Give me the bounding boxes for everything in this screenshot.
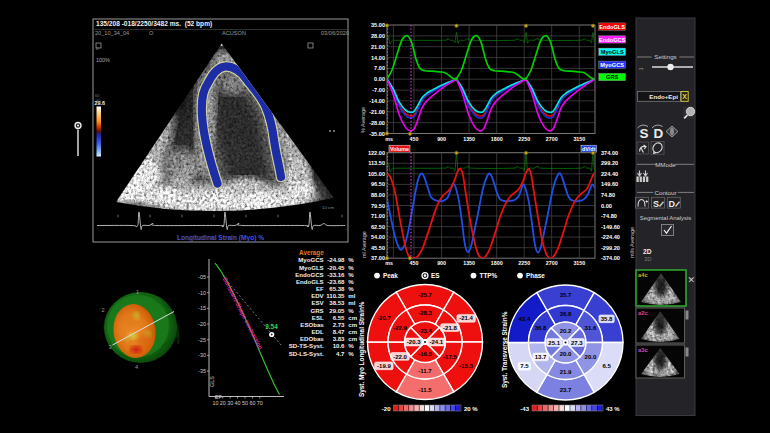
svg-text:EDV: EDV	[311, 292, 324, 299]
svg-text:ml/s Average: ml/s Average	[629, 227, 635, 258]
svg-text:cm: cm	[348, 335, 357, 342]
svg-text:1350: 1350	[463, 136, 475, 142]
svg-text:-25: -25	[198, 337, 206, 343]
svg-text:135/208 -018/2250/3482 ms. (5: 135/208 -018/2250/3482 ms. (52 bpm)	[96, 20, 212, 28]
svg-text:-21.4: -21.4	[459, 315, 473, 321]
svg-text:3150: 3150	[573, 260, 585, 266]
svg-text:%: %	[348, 350, 354, 357]
svg-text:37.00: 37.00	[371, 255, 385, 261]
svg-text:MyoGCS: MyoGCS	[600, 62, 624, 68]
svg-text:MyoGLS: MyoGLS	[299, 264, 324, 271]
svg-text:Contour: Contour	[654, 189, 676, 196]
svg-text:149.60: 149.60	[601, 181, 618, 187]
svg-text:122.00: 122.00	[368, 150, 385, 156]
svg-text:28.00: 28.00	[371, 33, 385, 39]
svg-text:cm: cm	[348, 314, 357, 321]
svg-text:-11.5: -11.5	[418, 387, 432, 393]
svg-text:21.00: 21.00	[371, 44, 385, 50]
svg-text:9.54: 9.54	[265, 323, 278, 330]
svg-text:25.1: 25.1	[548, 340, 560, 346]
svg-text:D: D	[669, 199, 676, 209]
svg-text:dV/dt: dV/dt	[582, 146, 596, 152]
svg-text:374.00: 374.00	[601, 150, 618, 156]
svg-text:45.50: 45.50	[371, 245, 385, 251]
svg-text:20.0: 20.0	[585, 354, 597, 360]
svg-text:8.47: 8.47	[333, 328, 345, 335]
svg-text:-35.00: -35.00	[369, 131, 385, 137]
svg-text:EF: EF	[316, 285, 324, 292]
svg-text:65.38: 65.38	[329, 285, 345, 292]
svg-text:-20.45: -20.45	[327, 264, 345, 271]
svg-text:-20: -20	[198, 321, 206, 327]
svg-text:10 cm: 10 cm	[322, 205, 334, 210]
svg-text:0.00: 0.00	[374, 76, 385, 82]
svg-text:-20.3: -20.3	[407, 339, 421, 345]
svg-text:224.40: 224.40	[601, 171, 618, 177]
svg-text:-14.00: -14.00	[369, 98, 385, 104]
svg-text:6.5: 6.5	[602, 363, 611, 369]
svg-text:20.0: 20.0	[560, 351, 572, 357]
svg-text:70: 70	[257, 400, 263, 406]
svg-text:-10: -10	[198, 290, 206, 296]
svg-text:TTP%: TTP%	[480, 272, 498, 279]
svg-text:-20.7: -20.7	[377, 315, 391, 321]
svg-text:EF: EF	[215, 394, 223, 400]
svg-text:EndoGLS: EndoGLS	[296, 278, 324, 285]
svg-text:20.2: 20.2	[560, 328, 572, 334]
svg-text:SD-TS-Syst.: SD-TS-Syst.	[289, 342, 324, 349]
svg-text:-224.40: -224.40	[601, 234, 620, 240]
svg-text:-11.7: -11.7	[418, 368, 432, 374]
svg-text:%: %	[348, 285, 354, 292]
svg-text:20: 20	[220, 400, 226, 406]
svg-text:-149.60: -149.60	[601, 224, 620, 230]
svg-text:Settings: Settings	[654, 53, 676, 60]
svg-text:900: 900	[437, 136, 446, 142]
svg-text:0.00: 0.00	[601, 203, 612, 209]
svg-text:1350: 1350	[463, 260, 475, 266]
svg-text:299.20: 299.20	[601, 160, 618, 166]
svg-text:a2c: a2c	[638, 310, 648, 316]
svg-text:2250: 2250	[518, 260, 530, 266]
svg-text:6.55: 6.55	[333, 314, 345, 321]
svg-text:cm: cm	[348, 328, 357, 335]
svg-text:-22.9: -22.9	[393, 325, 407, 331]
svg-text:%: %	[348, 342, 354, 349]
svg-text:4.7: 4.7	[336, 350, 345, 357]
svg-text:MyoGCS: MyoGCS	[298, 256, 323, 263]
svg-text:105.00: 105.00	[368, 171, 385, 177]
svg-text:36.8: 36.8	[535, 325, 547, 331]
svg-text:X: X	[682, 93, 687, 100]
svg-text:88.00: 88.00	[371, 192, 385, 198]
svg-text:3: 3	[109, 344, 112, 350]
svg-text:42.4: 42.4	[519, 316, 531, 322]
svg-text:30: 30	[227, 400, 233, 406]
svg-text:14.00: 14.00	[371, 55, 385, 61]
svg-text:7.00: 7.00	[374, 65, 385, 71]
svg-text:3.83: 3.83	[333, 335, 345, 342]
svg-text:71.00: 71.00	[371, 213, 385, 219]
svg-text:20 %: 20 %	[464, 406, 478, 412]
svg-text:Phase: Phase	[526, 272, 545, 279]
svg-text:S: S	[640, 126, 649, 141]
svg-text:EDL: EDL	[312, 328, 324, 335]
svg-text:1800: 1800	[491, 136, 503, 142]
svg-text:a3c: a3c	[638, 347, 648, 353]
svg-text:03/06/2020: 03/06/2020	[321, 30, 349, 36]
svg-text:79.50: 79.50	[371, 203, 385, 209]
svg-text:MyoGLS: MyoGLS	[601, 49, 624, 55]
svg-text:ml: ml	[348, 292, 355, 299]
svg-text:36.8: 36.8	[560, 311, 572, 317]
svg-text:2700: 2700	[546, 136, 558, 142]
svg-text:ms: ms	[385, 136, 393, 142]
svg-text:-21.8: -21.8	[443, 325, 457, 331]
svg-text:-25.7: -25.7	[418, 292, 432, 298]
svg-text:-74.80: -74.80	[601, 213, 617, 219]
svg-text:Longitudinal Strain (Myo) %: Longitudinal Strain (Myo) %	[177, 234, 264, 242]
svg-text:74.80: 74.80	[601, 192, 615, 198]
svg-text:2250: 2250	[518, 136, 530, 142]
svg-text:96.50: 96.50	[371, 181, 385, 187]
svg-text:23.7: 23.7	[560, 387, 572, 393]
svg-text:↔: ↔	[638, 64, 645, 71]
svg-text:% Average: % Average	[360, 107, 366, 133]
svg-text:35.8: 35.8	[601, 316, 613, 322]
